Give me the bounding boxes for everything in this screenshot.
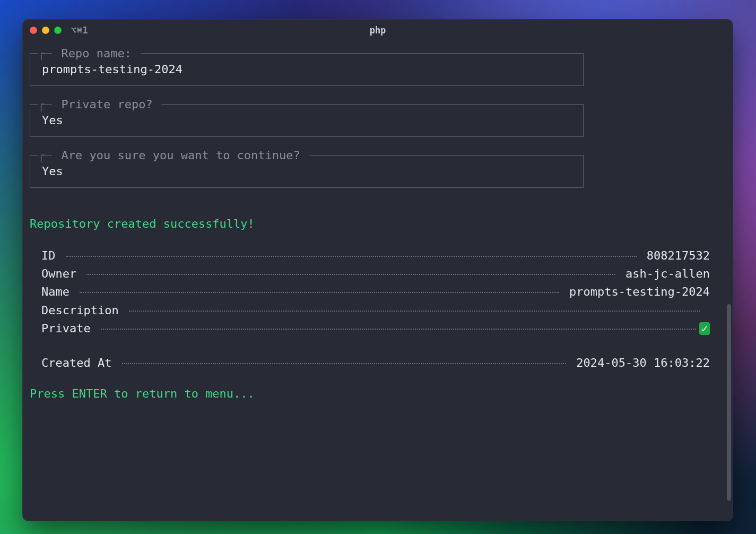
detail-row: Owner ash-jc-allen <box>41 265 710 282</box>
prompt-group: ┌ Repo name: prompts-testing-2024 <box>30 53 730 86</box>
detail-dots <box>86 274 615 275</box>
titlebar: ⌥⌘1 php <box>22 19 733 41</box>
check-icon: ✓ <box>699 320 710 337</box>
scrollbar[interactable] <box>727 53 731 510</box>
zoom-window-button[interactable] <box>54 27 62 34</box>
prompt-frame: ┌ Are you sure you want to continue? Yes <box>30 155 584 188</box>
detail-label: Private <box>41 320 98 337</box>
detail-value: ash-jc-allen <box>619 265 710 282</box>
prompt-label-wrap: ┌ Private repo? <box>38 96 576 113</box>
frame-line <box>317 155 576 156</box>
detail-label: Owner <box>41 265 83 282</box>
frame-line <box>148 53 576 54</box>
prompt-label: Private repo? <box>52 96 162 113</box>
prompt-label-wrap: ┌ Repo name: <box>38 45 576 62</box>
prompt-label-wrap: ┌ Are you sure you want to continue? <box>38 147 576 164</box>
detail-row: ID 808217532 <box>41 247 710 264</box>
detail-value: 2024-05-30 16:03:22 <box>569 355 710 372</box>
detail-label: Description <box>41 302 126 319</box>
detail-label: ID <box>41 247 63 264</box>
detail-value: prompts-testing-2024 <box>562 283 710 300</box>
detail-value: 808217532 <box>640 247 710 264</box>
detail-dots <box>129 311 700 312</box>
prompt-value[interactable]: Yes <box>42 163 572 180</box>
terminal-window: ⌥⌘1 php ┌ Repo name: prompts-testing-202… <box>22 19 733 521</box>
detail-row: Private ✓ <box>41 320 710 337</box>
detail-dots <box>122 363 566 364</box>
detail-row: Description <box>41 302 710 319</box>
prompt-frame: ┌ Repo name: prompts-testing-2024 <box>30 53 584 86</box>
close-window-button[interactable] <box>30 27 37 34</box>
prompt-group: ┌ Are you sure you want to continue? Yes <box>30 155 730 188</box>
terminal-body[interactable]: ┌ Repo name: prompts-testing-2024┌ Priva… <box>22 41 733 521</box>
prompt-group: ┌ Private repo? Yes <box>30 104 730 137</box>
prompt-value[interactable]: prompts-testing-2024 <box>42 61 572 78</box>
footer-message: Press ENTER to return to menu... <box>30 385 730 402</box>
traffic-lights <box>30 27 62 34</box>
window-title: php <box>22 25 733 36</box>
prompt-frame: ┌ Private repo? Yes <box>30 104 584 137</box>
scrollbar-thumb[interactable] <box>727 304 731 501</box>
frame-corner-icon: ┌ <box>38 45 45 62</box>
detail-label: Created At <box>41 355 119 372</box>
detail-dots <box>80 292 559 293</box>
detail-dots <box>66 256 637 257</box>
frame-corner-icon: ┌ <box>38 96 45 113</box>
prompt-value[interactable]: Yes <box>42 112 572 129</box>
detail-value <box>703 302 710 319</box>
detail-dots <box>101 329 696 330</box>
success-message: Repository created successfully! <box>30 216 730 232</box>
frame-corner-icon: ┌ <box>38 147 45 164</box>
detail-label: Name <box>41 283 76 300</box>
detail-row: Created At 2024-05-30 16:03:22 <box>41 355 710 372</box>
frame-line <box>169 104 576 105</box>
prompt-label: Are you sure you want to continue? <box>52 147 309 164</box>
minimize-window-button[interactable] <box>42 27 49 34</box>
detail-row: Name prompts-testing-2024 <box>41 283 710 300</box>
window-shortcut: ⌥⌘1 <box>71 25 88 36</box>
prompt-label: Repo name: <box>52 45 141 62</box>
